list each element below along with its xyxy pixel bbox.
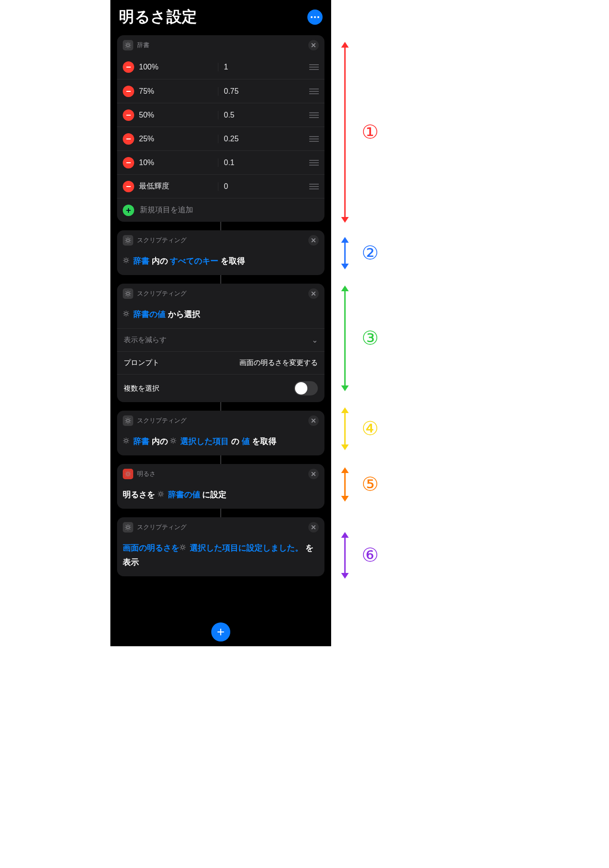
- dict-key[interactable]: 100%: [139, 63, 158, 71]
- reorder-handle-icon[interactable]: [309, 64, 319, 70]
- delete-row-button[interactable]: −: [123, 133, 134, 145]
- variable-token[interactable]: 辞書の値: [123, 307, 166, 322]
- delete-row-button[interactable]: −: [123, 86, 134, 97]
- delete-row-button[interactable]: −: [123, 181, 134, 192]
- svg-point-0: [127, 44, 129, 47]
- action-description[interactable]: 画面の明るさを選択した項目に設定しました。 を表示: [117, 537, 324, 576]
- variable-token[interactable]: 辞書: [123, 254, 149, 268]
- titlebar: 明るさ設定: [110, 0, 331, 30]
- delete-row-button[interactable]: −: [123, 109, 134, 121]
- variable-token[interactable]: 選択した項目: [179, 541, 238, 555]
- remove-action-button[interactable]: ✕: [308, 40, 319, 50]
- option-value[interactable]: 画面の明るさを変更する: [239, 358, 318, 367]
- remove-action-button[interactable]: ✕: [308, 235, 319, 246]
- text-token: の: [229, 437, 241, 446]
- toggle-switch[interactable]: [294, 381, 318, 395]
- dict-value[interactable]: 0.25: [224, 135, 239, 143]
- action-description[interactable]: 辞書の値 から選択: [117, 304, 324, 328]
- delete-row-button[interactable]: −: [123, 157, 134, 168]
- dict-key[interactable]: 25%: [139, 135, 154, 143]
- text-token: を取得: [218, 256, 245, 266]
- text-token: 内の: [149, 437, 170, 446]
- option-label: プロンプト: [124, 358, 159, 367]
- variable-token[interactable]: 選択した項目: [170, 434, 229, 449]
- action-card: スクリプティング✕辞書 内の すべてのキー を取得: [117, 230, 324, 275]
- scripting-icon: [123, 415, 133, 426]
- action-description[interactable]: 辞書 内の 選択した項目 の 値 を取得: [117, 431, 324, 455]
- action-card: スクリプティング✕辞書の値 から選択表示を減らす⌄プロンプト画面の明るさを変更す…: [117, 284, 324, 402]
- dict-value[interactable]: 0.1: [224, 158, 235, 167]
- variable-token[interactable]: 辞書: [123, 434, 149, 449]
- annotation-label: ①: [362, 121, 379, 143]
- annotation-label: ⑤: [362, 473, 379, 495]
- dict-key[interactable]: 50%: [139, 111, 154, 119]
- annotation-arrow: [338, 532, 352, 579]
- scripting-icon: [123, 235, 133, 246]
- remove-action-button[interactable]: ✕: [308, 415, 319, 426]
- svg-point-11: [181, 546, 184, 549]
- table-row: −最低輝度0: [117, 174, 324, 198]
- svg-point-7: [172, 439, 175, 442]
- action-category-label: スクリプティング: [137, 416, 304, 425]
- annotation-arrow: [338, 286, 352, 391]
- dict-value[interactable]: 0: [224, 182, 228, 191]
- action-card: 辞書✕−100%1−75%0.75−50%0.5−25%0.25−10%0.1−…: [117, 35, 324, 222]
- variable-token[interactable]: すべてのキー: [170, 254, 218, 268]
- variable-token[interactable]: 画面の明るさを: [123, 541, 179, 555]
- option-label: 複数を選択: [124, 384, 159, 393]
- dict-value[interactable]: 1: [224, 63, 228, 71]
- remove-action-button[interactable]: ✕: [308, 469, 319, 479]
- chevron-down-icon: ⌄: [312, 335, 318, 345]
- text-token: 内の: [149, 256, 170, 266]
- table-row: −10%0.1: [117, 150, 324, 174]
- reorder-handle-icon[interactable]: [309, 184, 319, 189]
- reorder-handle-icon[interactable]: [309, 160, 319, 166]
- action-card: 明るさ✕明るさを 辞書の値 に設定: [117, 464, 324, 509]
- annotation-label: ⑥: [362, 544, 379, 566]
- text-token: から選択: [166, 310, 200, 319]
- annotation-label: ②: [362, 242, 379, 264]
- dict-value[interactable]: 0.5: [224, 111, 235, 119]
- action-category-label: 明るさ: [137, 470, 304, 478]
- annotation-arrow: [338, 237, 352, 269]
- reorder-handle-icon[interactable]: [309, 136, 319, 142]
- action-card: スクリプティング✕辞書 内の 選択した項目 の 値 を取得: [117, 411, 324, 455]
- collapse-toggle[interactable]: 表示を減らす⌄: [117, 328, 324, 351]
- annotation-label: ③: [362, 327, 379, 349]
- action-category-label: スクリプティング: [137, 289, 304, 298]
- delete-row-button[interactable]: −: [123, 61, 134, 73]
- phone-stage: 明るさ設定 辞書✕−100%1−75%0.75−50%0.5−25%0.25−1…: [110, 0, 331, 646]
- variable-token[interactable]: に設定しました。: [238, 541, 303, 555]
- reorder-handle-icon[interactable]: [309, 89, 319, 94]
- scripting-icon: [123, 40, 133, 50]
- remove-action-button[interactable]: ✕: [308, 522, 319, 533]
- dict-key[interactable]: 75%: [139, 87, 154, 96]
- variable-token[interactable]: 値: [242, 434, 250, 449]
- reorder-handle-icon[interactable]: [309, 112, 319, 118]
- table-row: −75%0.75: [117, 79, 324, 103]
- table-row: −100%1: [117, 55, 324, 79]
- more-button[interactable]: [307, 10, 323, 25]
- add-row-button[interactable]: +新規項目を追加: [117, 198, 324, 222]
- add-row-label: 新規項目を追加: [140, 205, 193, 215]
- add-action-button[interactable]: +: [211, 622, 230, 641]
- dict-key[interactable]: 最低輝度: [139, 181, 169, 191]
- text-token: を取得: [250, 437, 276, 446]
- option-row: 複数を選択: [117, 374, 324, 402]
- svg-point-6: [125, 439, 128, 442]
- action-description[interactable]: 明るさを 辞書の値 に設定: [117, 484, 324, 509]
- dict-key[interactable]: 10%: [139, 158, 154, 167]
- action-category-label: 辞書: [137, 41, 304, 49]
- scripting-icon: [123, 288, 133, 299]
- svg-point-9: [159, 493, 162, 495]
- dict-value[interactable]: 0.75: [224, 87, 239, 96]
- svg-point-4: [125, 312, 128, 315]
- action-category-label: スクリプティング: [137, 523, 304, 532]
- action-description[interactable]: 辞書 内の すべてのキー を取得: [117, 250, 324, 275]
- remove-action-button[interactable]: ✕: [308, 288, 319, 299]
- action-card: スクリプティング✕画面の明るさを選択した項目に設定しました。 を表示: [117, 517, 324, 576]
- table-row: −50%0.5: [117, 103, 324, 127]
- text-token: に設定: [200, 490, 227, 499]
- variable-token[interactable]: 辞書の値: [157, 488, 200, 502]
- svg-point-5: [127, 419, 129, 422]
